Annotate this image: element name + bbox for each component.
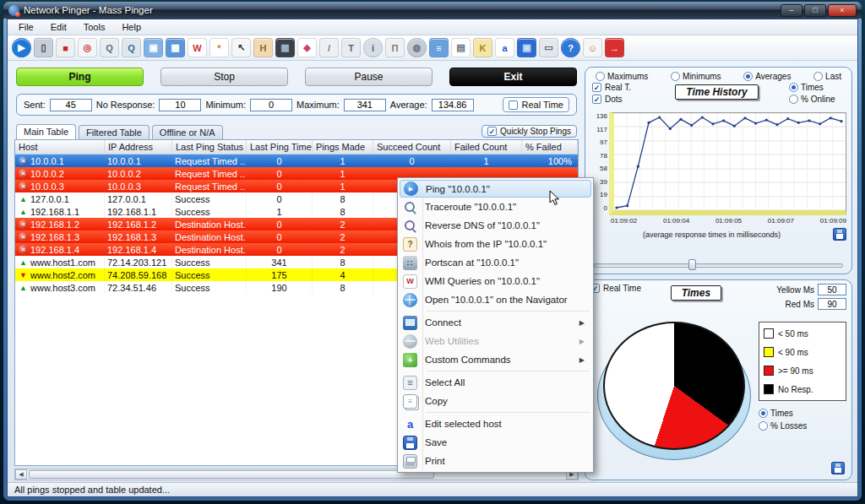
font-icon[interactable]: a [495,38,514,57]
real-t-checkbox[interactable]: Real T. [592,83,645,92]
flashlight-icon[interactable]: T [341,38,361,57]
history-slider-thumb[interactable] [688,259,696,270]
column-header-host[interactable]: Host [15,140,105,154]
column-header-failed-count[interactable]: Failed Count [451,140,522,154]
radio-online[interactable]: % Online [789,95,835,104]
help-icon[interactable]: ? [561,38,580,57]
radio-times[interactable]: Times [789,83,824,92]
screen-icon[interactable]: ▦ [275,38,295,57]
media-device-icon[interactable]: ▯ [34,38,53,57]
menu-help[interactable]: Help [114,20,149,34]
hand-icon[interactable]: H [253,38,273,57]
pause-button[interactable]: Pause [305,68,432,86]
paint-icon[interactable]: ◆ [297,38,317,57]
column-header-last-ping-time[interactable]: Last Ping Time [247,140,313,154]
pen-icon[interactable]: / [319,38,339,57]
zoom-icon[interactable]: Q [100,38,119,57]
ping-button[interactable]: Ping [16,68,144,86]
context-menu-item-edit-selected-host[interactable]: Edit selected host [400,415,591,433]
context-menu-item-open-10-0-0-1-on-the-navigator[interactable]: Open "10.0.0.1" on the Navigator [400,290,591,309]
close-button[interactable]: × [828,4,857,17]
exit-icon[interactable]: → [605,38,624,57]
context-menu-item-connect[interactable]: Connect▶ [400,313,591,332]
column-header-succeed-count[interactable]: Succeed Count [373,140,451,154]
context-menu-item-portscan-at-10-0-0-1[interactable]: Portscan at "10.0.0.1" [400,253,591,272]
play-icon[interactable]: ▶ [12,38,31,57]
tab-filtered-table[interactable]: Filtered Table [79,125,150,139]
stop-icon[interactable]: ■ [56,38,75,57]
info-icon[interactable]: i [363,38,383,57]
tab-main-table[interactable]: Main Table [16,124,76,139]
red-ms-input[interactable] [818,298,846,310]
error-ball-icon [19,232,28,241]
cell-last-ping-time: 0 [247,154,313,167]
column-header-ip-address[interactable]: IP Address [105,140,172,154]
menu-edit[interactable]: Edit [43,20,74,34]
menu-file[interactable]: File [11,20,41,34]
minimize-button[interactable]: – [781,4,802,17]
bank-icon[interactable]: Π [385,38,405,57]
real-time-checkbox[interactable]: Real Time [503,97,569,112]
radio-icon [789,95,798,104]
globe-gray-icon[interactable]: ◍ [407,38,427,57]
target-icon[interactable]: ◎ [78,38,97,57]
context-menu-item-reverse-dns-of-10-0-0-1[interactable]: Reverse DNS of "10.0.0.1" [400,216,591,235]
scroll-left-icon[interactable]: ◀ [15,469,27,480]
real-time-checkbox-2[interactable]: Real Time [590,284,641,293]
gallery-icon[interactable]: ▣ [144,38,163,57]
context-menu-item-custom-commands[interactable]: Custom Commands▶ [400,350,591,369]
save-history-button[interactable] [833,228,846,241]
cursor-icon[interactable]: ↖ [231,38,251,57]
minimum-value[interactable] [250,99,292,111]
radio-minimums[interactable]: Minimums [671,72,721,81]
context-menu-item-ping-10-0-0-1[interactable]: Ping "10.0.0.1" [400,180,591,198]
context-menu-item-web-utilities[interactable]: Web Utilities▶ [400,332,591,350]
radio-maximums[interactable]: Maximums [596,72,648,81]
average-value[interactable] [432,99,474,111]
context-menu-item-save[interactable]: Save [400,433,591,452]
context-menu-item-wmi-queries-on-10-0-0-1[interactable]: WMI Queries on "10.0.0.1" [400,272,591,290]
exit-button[interactable]: Exit [449,68,577,86]
context-menu-item-print[interactable]: Print [400,452,591,470]
stop-button[interactable]: Stop [160,68,288,86]
context-menu-item-copy[interactable]: Copy [400,392,591,410]
radio-losses[interactable]: % Losses [759,421,846,431]
key-icon[interactable]: K [473,38,492,57]
scrollbar-thumb[interactable] [29,470,434,479]
save-times-button[interactable] [831,462,845,474]
wmi-icon[interactable]: W [188,38,207,57]
quickly-stop-pings-checkbox[interactable]: Quickly Stop Pings [481,125,577,138]
maximize-button[interactable]: □ [804,4,826,17]
menu-tools[interactable]: Tools [76,20,113,34]
column-header-pings-made[interactable]: Pings Made [313,140,373,154]
context-menu-item-whois-from-the-ip-10-0-0-1[interactable]: Whois from the IP "10.0.0.1" [400,235,591,253]
cell-last-ping-status: Request Timed ... [172,154,247,167]
maximum-value[interactable] [344,99,386,111]
cell-pings-made: 8 [313,281,373,294]
printer-icon[interactable]: ▭ [539,38,558,57]
sent-value[interactable] [50,99,92,111]
column-header-failed[interactable]: % Failed [522,140,578,154]
save-icon[interactable]: ▣ [517,38,536,57]
cell-host: 10.0.0.3 [15,180,105,192]
radio-last[interactable]: Last [813,72,841,81]
servers-icon[interactable]: ≡ [429,38,449,57]
fireworks-icon[interactable]: * [209,38,229,57]
table-row[interactable]: 10.0.0.110.0.0.1Request Timed ...0101100… [15,154,578,167]
users-icon[interactable]: ☺ [583,38,602,57]
yellow-ms-input[interactable] [818,284,846,295]
dots-checkbox[interactable]: Dots [592,95,645,104]
radio-times[interactable]: Times [759,409,846,418]
network-computers-icon[interactable]: ▦ [166,38,185,57]
legend-label: < 50 ms [778,329,808,339]
column-header-last-ping-status[interactable]: Last Ping Status [172,140,247,154]
window-titlebar[interactable]: Network Pinger - Mass Pinger – □ × [3,2,862,19]
no-response-value[interactable] [159,99,201,111]
history-slider[interactable] [594,259,843,270]
context-menu-item-traceroute-10-0-0-1[interactable]: Traceroute "10.0.0.1" [400,198,591,216]
context-menu-item-select-all[interactable]: Select All [400,373,591,392]
copy-icon[interactable]: ▤ [451,38,471,57]
radio-averages[interactable]: Averages [743,72,791,81]
tab-offline-or-n-a[interactable]: Offline or N/A [152,125,223,139]
zoom-network-icon[interactable]: Q [122,38,141,57]
